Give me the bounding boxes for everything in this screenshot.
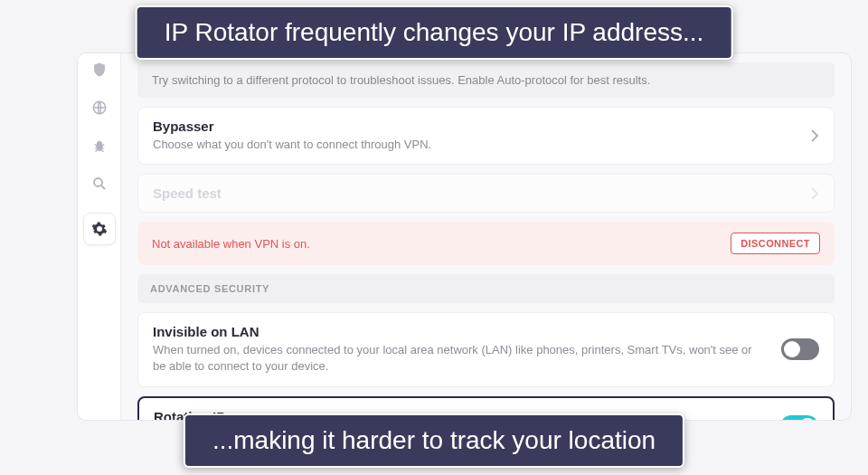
sidebar xyxy=(78,53,121,420)
protocol-tip-text: Try switching to a different protocol to… xyxy=(152,73,650,87)
shield-icon[interactable] xyxy=(90,61,108,79)
svg-point-2 xyxy=(94,178,102,186)
caption-banner-bottom: ...making it harder to track your locati… xyxy=(184,413,684,468)
chevron-right-icon xyxy=(810,128,819,143)
rotating-ip-toggle[interactable] xyxy=(780,415,818,421)
vpn-on-warning: Not available when VPN is on. DISCONNECT xyxy=(137,222,835,265)
globe-icon[interactable] xyxy=(90,99,108,117)
disconnect-button[interactable]: DISCONNECT xyxy=(731,233,820,254)
search-icon[interactable] xyxy=(90,175,108,193)
invisible-lan-title: Invisible on LAN xyxy=(153,324,763,339)
bypasser-desc: Choose what you don't want to connect th… xyxy=(153,137,431,153)
invisible-lan-row: Invisible on LAN When turned on, devices… xyxy=(137,312,835,386)
settings-window: Try switching to a different protocol to… xyxy=(77,52,852,421)
protocol-tip: Try switching to a different protocol to… xyxy=(137,62,835,98)
bug-icon[interactable] xyxy=(90,137,108,155)
chevron-right-icon xyxy=(810,186,819,201)
bypasser-title: Bypasser xyxy=(153,119,431,134)
gear-icon[interactable] xyxy=(83,213,116,245)
bypasser-row[interactable]: Bypasser Choose what you don't want to c… xyxy=(137,107,835,165)
warning-text: Not available when VPN is on. xyxy=(152,237,310,251)
caption-banner-top: IP Rotator frequently changes your IP ad… xyxy=(136,5,733,60)
speed-test-row: Speed test xyxy=(137,174,835,213)
invisible-lan-desc: When turned on, devices connected to you… xyxy=(153,342,763,375)
invisible-lan-toggle[interactable] xyxy=(781,338,819,360)
advanced-security-header: ADVANCED SECURITY xyxy=(137,274,835,303)
speed-test-title: Speed test xyxy=(153,185,222,201)
settings-content: Try switching to a different protocol to… xyxy=(121,53,851,420)
